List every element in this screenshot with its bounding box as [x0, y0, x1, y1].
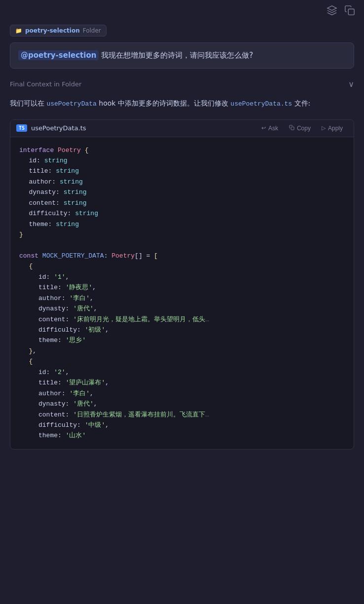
folder-badge[interactable]: 📁 poetry-selection Folder	[10, 25, 107, 37]
3d-cube-icon[interactable]	[327, 5, 337, 16]
code-line-15: author: '李白',	[19, 293, 345, 303]
code-line-3: title: string	[19, 166, 345, 176]
code-line-4: author: string	[19, 177, 345, 187]
chevron-down-icon: ∨	[348, 79, 354, 89]
folder-name: poetry-selection	[25, 27, 80, 34]
code-line-18: difficulty: '初级',	[19, 325, 345, 335]
code-line-9: }	[19, 229, 345, 240]
copy-page-icon[interactable]	[344, 5, 355, 16]
code-line-24: author: '李白',	[19, 388, 345, 399]
code-file-info: TS usePoetryData.ts	[16, 124, 86, 132]
code-line-17: content: '床前明月光，疑是地上霜。举头望明月，低头…	[19, 314, 345, 325]
copy-btn-icon	[289, 125, 294, 131]
code-line-13: id: '1',	[19, 272, 345, 282]
query-text: 我现在想增加更多的诗词，请问我应该怎么做?	[99, 51, 253, 60]
code-line-19: theme: '思乡'	[19, 335, 345, 345]
query-box: @poetry-selection 我现在想增加更多的诗词，请问我应该怎么做?	[10, 42, 354, 69]
response-text: 我们可以在 usePoetryData hook 中添加更多的诗词数据。让我们修…	[10, 98, 354, 110]
ask-label: Ask	[268, 125, 278, 132]
copy-button[interactable]: Copy	[284, 123, 316, 134]
apply-label: Apply	[328, 125, 343, 132]
code-line-10	[19, 240, 345, 251]
code-line-5: dynasty: string	[19, 187, 345, 197]
code-line-28: theme: '山水'	[19, 430, 345, 441]
code-line-22: id: '2',	[19, 367, 345, 378]
code-block-wrapper: TS usePoetryData.ts ↩ Ask Copy	[10, 119, 354, 450]
code-line-26: content: '日照香炉生紫烟，遥看瀑布挂前川。飞流直下…	[19, 410, 345, 420]
ask-icon: ↩	[261, 125, 266, 131]
copy-label: Copy	[297, 125, 311, 132]
code-line-8: theme: string	[19, 219, 345, 229]
code-block-header: TS usePoetryData.ts ↩ Ask Copy	[10, 120, 354, 137]
code-line-2: id: string	[19, 155, 345, 166]
code-line-25: dynasty: '唐代',	[19, 399, 345, 409]
code-line-21: {	[19, 356, 345, 367]
main-content: 📁 poetry-selection Folder @poetry-select…	[0, 21, 364, 459]
ts-badge: TS	[16, 124, 27, 132]
context-label: Final Context in Folder	[10, 80, 81, 88]
code-line-20: },	[19, 346, 345, 356]
context-section[interactable]: Final Context in Folder ∨	[10, 79, 354, 89]
code-line-1: interface Poetry {	[19, 145, 345, 155]
svg-rect-1	[291, 127, 294, 130]
top-bar	[0, 0, 364, 21]
apply-icon: ▷	[322, 125, 326, 131]
folder-icon: 📁	[15, 28, 22, 34]
code-line-23: title: '望庐山瀑布',	[19, 378, 345, 388]
code-line-27: difficulty: '中级',	[19, 420, 345, 430]
query-mention: @poetry-selection	[18, 50, 99, 60]
code-content: interface Poetry { id: string title: str…	[10, 137, 354, 449]
response-part1: 我们可以在	[10, 99, 46, 107]
code-filename: usePoetryData.ts	[31, 124, 86, 132]
apply-button[interactable]: ▷ Apply	[317, 123, 348, 134]
ask-button[interactable]: ↩ Ask	[256, 123, 283, 134]
code-line-6: content: string	[19, 198, 345, 208]
folder-type: Folder	[83, 27, 101, 34]
code-line-16: dynasty: '唐代',	[19, 303, 345, 314]
response-part2: hook 中添加更多的诗词数据。让我们修改	[97, 99, 230, 107]
code-line-12: {	[19, 261, 345, 271]
code-actions: ↩ Ask Copy ▷ Apply	[256, 123, 348, 134]
code-line-11: const MOCK_POETRY_DATA: Poetry[] = [	[19, 251, 345, 261]
folder-badge-row: 📁 poetry-selection Folder	[10, 25, 354, 37]
svg-rect-0	[348, 9, 354, 15]
response-code2: usePoetryData.ts	[230, 100, 292, 108]
code-line-14: title: '静夜思',	[19, 282, 345, 293]
code-line-7: difficulty: string	[19, 208, 345, 219]
response-code1: usePoetryData	[46, 100, 96, 108]
response-part3: 文件:	[292, 99, 310, 107]
